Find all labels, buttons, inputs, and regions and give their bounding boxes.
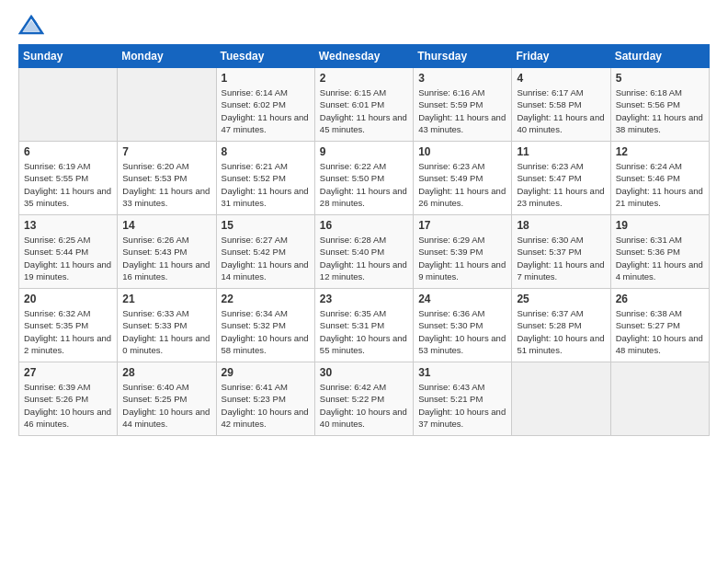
day-number: 3 (418, 72, 506, 85)
day-number: 10 (418, 145, 506, 158)
calendar-day-cell (118, 68, 216, 142)
day-info: Sunrise: 6:31 AMSunset: 5:36 PMDaylight:… (616, 234, 704, 282)
day-number: 15 (222, 219, 310, 232)
day-info: Sunrise: 6:36 AMSunset: 5:30 PMDaylight:… (418, 307, 506, 356)
day-info: Sunrise: 6:29 AMSunset: 5:39 PMDaylight:… (418, 234, 506, 282)
day-info: Sunrise: 6:19 AMSunset: 5:55 PMDaylight:… (24, 160, 112, 209)
calendar-day-cell: 18Sunrise: 6:30 AMSunset: 5:37 PMDayligh… (512, 215, 610, 289)
calendar-day-cell: 28Sunrise: 6:40 AMSunset: 5:25 PMDayligh… (118, 362, 216, 436)
calendar-day-cell: 6Sunrise: 6:19 AMSunset: 5:55 PMDaylight… (19, 142, 118, 215)
day-number: 13 (24, 219, 112, 232)
calendar-day-cell: 25Sunrise: 6:37 AMSunset: 5:28 PMDayligh… (512, 289, 610, 362)
day-info: Sunrise: 6:32 AMSunset: 5:35 PMDaylight:… (24, 307, 112, 356)
day-info: Sunrise: 6:27 AMSunset: 5:42 PMDaylight:… (222, 234, 310, 282)
header (18, 15, 710, 35)
calendar-header-row: SundayMondayTuesdayWednesdayThursdayFrid… (19, 45, 710, 68)
day-info: Sunrise: 6:33 AMSunset: 5:33 PMDaylight:… (122, 307, 210, 356)
day-info: Sunrise: 6:42 AMSunset: 5:22 PMDaylight:… (320, 381, 408, 430)
calendar-day-cell: 20Sunrise: 6:32 AMSunset: 5:35 PMDayligh… (19, 289, 118, 362)
calendar-table: SundayMondayTuesdayWednesdayThursdayFrid… (18, 44, 710, 436)
day-header-wednesday: Wednesday (314, 45, 413, 68)
calendar-day-cell: 13Sunrise: 6:25 AMSunset: 5:44 PMDayligh… (19, 215, 118, 289)
day-header-sunday: Sunday (19, 45, 118, 68)
day-info: Sunrise: 6:23 AMSunset: 5:47 PMDaylight:… (517, 160, 605, 209)
logo-icon (18, 15, 44, 35)
day-number: 28 (122, 366, 210, 379)
calendar-day-cell (512, 362, 610, 436)
calendar-day-cell: 8Sunrise: 6:21 AMSunset: 5:52 PMDaylight… (216, 142, 314, 215)
day-info: Sunrise: 6:28 AMSunset: 5:40 PMDaylight:… (320, 234, 408, 282)
day-info: Sunrise: 6:40 AMSunset: 5:25 PMDaylight:… (122, 381, 210, 430)
page: SundayMondayTuesdayWednesdayThursdayFrid… (0, 0, 728, 563)
calendar-day-cell: 10Sunrise: 6:23 AMSunset: 5:49 PMDayligh… (414, 142, 512, 215)
calendar-day-cell: 15Sunrise: 6:27 AMSunset: 5:42 PMDayligh… (216, 215, 314, 289)
calendar-day-cell: 4Sunrise: 6:17 AMSunset: 5:58 PMDaylight… (512, 68, 610, 142)
calendar-day-cell: 29Sunrise: 6:41 AMSunset: 5:23 PMDayligh… (216, 362, 314, 436)
day-number: 25 (517, 293, 605, 305)
calendar-day-cell: 22Sunrise: 6:34 AMSunset: 5:32 PMDayligh… (216, 289, 314, 362)
day-number: 17 (418, 219, 506, 232)
calendar-day-cell: 24Sunrise: 6:36 AMSunset: 5:30 PMDayligh… (414, 289, 512, 362)
calendar-day-cell (19, 68, 118, 142)
day-info: Sunrise: 6:37 AMSunset: 5:28 PMDaylight:… (517, 307, 605, 356)
calendar-day-cell: 23Sunrise: 6:35 AMSunset: 5:31 PMDayligh… (314, 289, 413, 362)
day-info: Sunrise: 6:17 AMSunset: 5:58 PMDaylight:… (517, 86, 605, 135)
day-number: 20 (24, 293, 112, 305)
day-header-tuesday: Tuesday (216, 45, 314, 68)
calendar-day-cell: 11Sunrise: 6:23 AMSunset: 5:47 PMDayligh… (512, 142, 610, 215)
day-number: 19 (616, 219, 704, 232)
day-info: Sunrise: 6:18 AMSunset: 5:56 PMDaylight:… (616, 86, 704, 135)
day-info: Sunrise: 6:22 AMSunset: 5:50 PMDaylight:… (320, 160, 408, 209)
day-info: Sunrise: 6:38 AMSunset: 5:27 PMDaylight:… (616, 307, 704, 356)
day-info: Sunrise: 6:39 AMSunset: 5:26 PMDaylight:… (24, 381, 112, 430)
calendar-day-cell: 14Sunrise: 6:26 AMSunset: 5:43 PMDayligh… (118, 215, 216, 289)
calendar-week-row: 27Sunrise: 6:39 AMSunset: 5:26 PMDayligh… (19, 362, 710, 436)
day-number: 7 (122, 145, 210, 158)
day-number: 27 (24, 366, 112, 379)
calendar-day-cell: 3Sunrise: 6:16 AMSunset: 5:59 PMDaylight… (414, 68, 512, 142)
day-info: Sunrise: 6:14 AMSunset: 6:02 PMDaylight:… (222, 86, 310, 135)
calendar-day-cell: 1Sunrise: 6:14 AMSunset: 6:02 PMDaylight… (216, 68, 314, 142)
day-number: 5 (616, 72, 704, 85)
day-info: Sunrise: 6:26 AMSunset: 5:43 PMDaylight:… (122, 234, 210, 282)
calendar-day-cell: 9Sunrise: 6:22 AMSunset: 5:50 PMDaylight… (314, 142, 413, 215)
day-info: Sunrise: 6:25 AMSunset: 5:44 PMDaylight:… (24, 234, 112, 282)
calendar-day-cell: 7Sunrise: 6:20 AMSunset: 5:53 PMDaylight… (118, 142, 216, 215)
day-number: 29 (222, 366, 310, 379)
calendar-day-cell: 2Sunrise: 6:15 AMSunset: 6:01 PMDaylight… (314, 68, 413, 142)
day-header-thursday: Thursday (414, 45, 512, 68)
day-info: Sunrise: 6:21 AMSunset: 5:52 PMDaylight:… (222, 160, 310, 209)
calendar-day-cell: 27Sunrise: 6:39 AMSunset: 5:26 PMDayligh… (19, 362, 118, 436)
calendar-week-row: 1Sunrise: 6:14 AMSunset: 6:02 PMDaylight… (19, 68, 710, 142)
calendar-day-cell: 17Sunrise: 6:29 AMSunset: 5:39 PMDayligh… (414, 215, 512, 289)
day-info: Sunrise: 6:34 AMSunset: 5:32 PMDaylight:… (222, 307, 310, 356)
calendar-week-row: 13Sunrise: 6:25 AMSunset: 5:44 PMDayligh… (19, 215, 710, 289)
day-number: 1 (222, 72, 310, 85)
day-number: 12 (616, 145, 704, 158)
day-number: 30 (320, 366, 408, 379)
day-number: 18 (517, 219, 605, 232)
calendar-week-row: 20Sunrise: 6:32 AMSunset: 5:35 PMDayligh… (19, 289, 710, 362)
day-number: 16 (320, 219, 408, 232)
calendar-day-cell: 31Sunrise: 6:43 AMSunset: 5:21 PMDayligh… (414, 362, 512, 436)
day-number: 24 (418, 293, 506, 305)
day-info: Sunrise: 6:41 AMSunset: 5:23 PMDaylight:… (222, 381, 310, 430)
day-number: 26 (616, 293, 704, 305)
day-number: 14 (122, 219, 210, 232)
day-number: 21 (122, 293, 210, 305)
day-info: Sunrise: 6:24 AMSunset: 5:46 PMDaylight:… (616, 160, 704, 209)
day-header-monday: Monday (118, 45, 216, 68)
calendar-day-cell: 30Sunrise: 6:42 AMSunset: 5:22 PMDayligh… (314, 362, 413, 436)
calendar-day-cell: 5Sunrise: 6:18 AMSunset: 5:56 PMDaylight… (610, 68, 709, 142)
day-info: Sunrise: 6:43 AMSunset: 5:21 PMDaylight:… (418, 381, 506, 430)
calendar-day-cell: 12Sunrise: 6:24 AMSunset: 5:46 PMDayligh… (610, 142, 709, 215)
day-info: Sunrise: 6:35 AMSunset: 5:31 PMDaylight:… (320, 307, 408, 356)
day-header-friday: Friday (512, 45, 610, 68)
day-number: 23 (320, 293, 408, 305)
day-info: Sunrise: 6:16 AMSunset: 5:59 PMDaylight:… (418, 86, 506, 135)
calendar-day-cell (610, 362, 709, 436)
day-number: 31 (418, 366, 506, 379)
day-info: Sunrise: 6:23 AMSunset: 5:49 PMDaylight:… (418, 160, 506, 209)
day-number: 2 (320, 72, 408, 85)
day-info: Sunrise: 6:20 AMSunset: 5:53 PMDaylight:… (122, 160, 210, 209)
